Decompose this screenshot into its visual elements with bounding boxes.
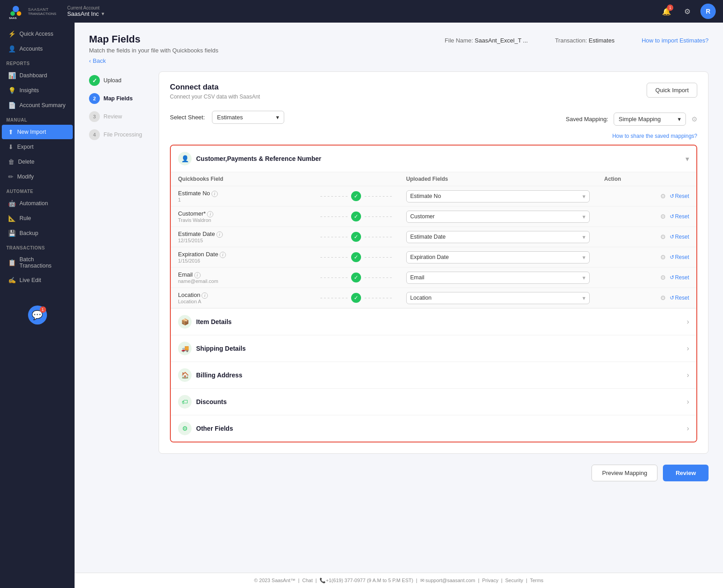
field-gear-icon[interactable]: ⚙: [660, 294, 666, 301]
customer-section-header[interactable]: 👤 Customer,Payments & Reference Number ▾: [171, 146, 696, 172]
reports-section-label: REPORTS: [0, 56, 75, 68]
table-row: Emailiname@email.com✓Email▾⚙↺ Reset: [171, 268, 696, 288]
info-icon[interactable]: i: [202, 292, 208, 299]
field-example: Travis Waldron: [178, 217, 306, 223]
field-name: Estimate Noi: [178, 190, 306, 197]
match-check-icon: ✓: [351, 232, 361, 242]
sidebar-item-insights[interactable]: 💡 Insights: [2, 83, 73, 98]
uploaded-field-dropdown[interactable]: Customer▾: [406, 211, 590, 223]
uploaded-field-dropdown[interactable]: Email▾: [406, 272, 590, 284]
connect-data-card: Connect data Connect your CSV data with …: [159, 71, 709, 454]
shipping-details-section[interactable]: 🚚 Shipping Details ›: [171, 335, 696, 362]
field-gear-icon[interactable]: ⚙: [660, 193, 666, 200]
sidebar-item-accounts[interactable]: 👤 Accounts: [2, 42, 73, 56]
field-gear-icon[interactable]: ⚙: [660, 233, 666, 240]
field-name: Locationi: [178, 292, 306, 299]
wizard-steps: ✓ Upload 2 Map Fields 3 Review 4: [89, 71, 148, 485]
preview-mapping-button[interactable]: Preview Mapping: [592, 465, 657, 481]
saved-mapping-dropdown[interactable]: Simple Mapping ▾: [614, 113, 686, 126]
uploaded-field-dropdown[interactable]: Estimate Date▾: [406, 231, 590, 243]
summary-icon: 📄: [8, 102, 16, 109]
select-sheet-dropdown[interactable]: Estimates ▾: [212, 111, 284, 124]
col-header-spacer: [313, 172, 399, 186]
reset-link[interactable]: ↺ Reset: [670, 193, 689, 199]
account-switcher[interactable]: SaasAnt Inc ▼: [67, 10, 105, 17]
action-cell: ⚙↺ Reset: [604, 294, 689, 301]
sidebar-item-dashboard[interactable]: 📊 Dashboard: [2, 68, 73, 83]
connector-dots-right: [365, 237, 392, 237]
saved-mapping-row: Saved Mapping: Simple Mapping ▾ ⚙: [566, 113, 697, 126]
connector-dots: [320, 216, 347, 217]
field-gear-icon[interactable]: ⚙: [660, 254, 666, 261]
other-fields-expand-icon: ›: [687, 424, 689, 433]
automation-icon: 🤖: [8, 200, 16, 207]
reset-link[interactable]: ↺ Reset: [670, 274, 689, 281]
share-mapping-link[interactable]: How to share the saved mappings?: [170, 133, 697, 139]
sidebar-item-batch-transactions[interactable]: 📋 Batch Transactions: [2, 253, 73, 273]
sidebar-item-live-edit[interactable]: ✍ Live Edit: [2, 273, 73, 287]
reset-link[interactable]: ↺ Reset: [670, 295, 689, 301]
mapping-chevron-icon: ▾: [678, 116, 681, 122]
uploaded-field-dropdown[interactable]: Location▾: [406, 292, 590, 304]
sidebar-item-automation[interactable]: 🤖 Automation: [2, 196, 73, 211]
user-avatar[interactable]: R: [700, 4, 716, 19]
back-link[interactable]: ‹ Back: [89, 57, 106, 64]
dropdown-chevron-icon: ▾: [582, 213, 586, 220]
review-button[interactable]: Review: [663, 465, 709, 481]
footer-terms[interactable]: Terms: [530, 578, 544, 583]
info-icon[interactable]: i: [194, 272, 201, 278]
step-circle-map-fields: 2: [89, 93, 100, 104]
top-bar: SAAS ANT SAASANT TRANSACTIONS Current Ac…: [0, 0, 723, 23]
info-icon[interactable]: i: [211, 191, 218, 197]
item-details-section[interactable]: 📦 Item Details ›: [171, 308, 696, 335]
footer-privacy[interactable]: Privacy: [482, 578, 498, 583]
sidebar-item-rule[interactable]: 📐 Rule: [2, 211, 73, 226]
wizard-step-review: 3 Review: [89, 111, 148, 122]
info-icon[interactable]: i: [207, 211, 213, 217]
table-row: Estimate Noi1✓Estimate No▾⚙↺ Reset: [171, 186, 696, 207]
info-icon[interactable]: i: [220, 252, 226, 258]
uploaded-field-dropdown[interactable]: Estimate No▾: [406, 190, 590, 202]
step-label-review: Review: [103, 113, 122, 120]
connector-cell: ✓: [320, 293, 392, 303]
mapping-settings-icon[interactable]: ⚙: [691, 115, 697, 123]
sidebar-item-backup[interactable]: 💾 Backup: [2, 226, 73, 240]
notification-button[interactable]: 🔔 1: [659, 4, 674, 19]
reset-link[interactable]: ↺ Reset: [670, 234, 689, 240]
insights-icon: 💡: [8, 87, 16, 94]
manual-section-label: MANUAL: [0, 113, 75, 124]
reset-link[interactable]: ↺ Reset: [670, 213, 689, 220]
transactions-label: TRANSACTIONS: [28, 12, 56, 16]
connect-data-subtitle: Connect your CSV data with SaasAnt: [170, 94, 260, 100]
uploaded-field-dropdown[interactable]: Expiration Date▾: [406, 251, 590, 263]
billing-address-section[interactable]: 🏠 Billing Address ›: [171, 362, 696, 388]
sidebar-item-account-summary[interactable]: 📄 Account Summary: [2, 98, 73, 113]
reset-link[interactable]: ↺ Reset: [670, 254, 689, 260]
logo-area: SAAS ANT SAASANT TRANSACTIONS: [7, 3, 56, 20]
live-edit-icon: ✍: [8, 277, 16, 284]
how-to-link[interactable]: How to import Estimates?: [642, 37, 709, 44]
settings-button[interactable]: ⚙: [680, 4, 695, 19]
quick-import-button[interactable]: Quick Import: [647, 83, 697, 98]
billing-address-expand-icon: ›: [687, 371, 689, 379]
footer-security[interactable]: Security: [505, 578, 523, 583]
customer-section-title: Customer,Payments & Reference Number: [196, 155, 321, 162]
current-account-area: Current Account SaasAnt Inc ▼: [67, 5, 105, 17]
sidebar-item-quick-access[interactable]: ⚡ Quick Access: [2, 27, 73, 41]
info-icon[interactable]: i: [216, 231, 223, 238]
discounts-section[interactable]: 🏷 Discounts ›: [171, 388, 696, 415]
back-arrow-icon: ‹: [89, 57, 91, 64]
chat-button[interactable]: 💬 1: [28, 306, 47, 325]
field-gear-icon[interactable]: ⚙: [660, 274, 666, 281]
sidebar-item-modify[interactable]: ✏ Modify: [2, 169, 73, 184]
sidebar-item-export[interactable]: ⬇ Export: [2, 140, 73, 154]
field-gear-icon[interactable]: ⚙: [660, 213, 666, 220]
sidebar-item-new-import[interactable]: ⬆ New Import: [2, 125, 73, 139]
footer-chat[interactable]: Chat: [302, 578, 313, 583]
connector-cell: ✓: [320, 191, 392, 201]
reset-arrow-icon: ↺: [670, 254, 674, 260]
field-example: 1: [178, 197, 306, 202]
other-fields-section[interactable]: ⚙ Other Fields ›: [171, 415, 696, 442]
sidebar-item-delete[interactable]: 🗑 Delete: [2, 155, 73, 169]
svg-point-3: [17, 11, 21, 16]
